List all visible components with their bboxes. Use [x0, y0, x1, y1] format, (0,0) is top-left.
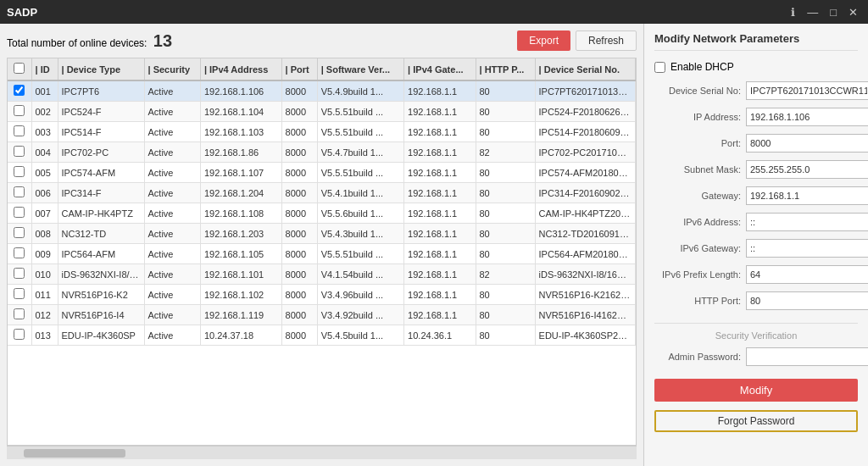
row-checkbox[interactable]: [14, 227, 25, 238]
col-ipv4[interactable]: | IPv4 Address: [200, 58, 281, 80]
table-row[interactable]: 004 IPC702-PC Active 192.168.1.86 8000 V…: [8, 142, 636, 163]
refresh-button[interactable]: Refresh: [576, 31, 637, 51]
col-software[interactable]: | Software Ver...: [317, 58, 403, 80]
label-http-port: HTTP Port:: [654, 296, 746, 306]
table-row[interactable]: 012 NVR516P16-I4 Active 192.168.1.119 80…: [8, 305, 636, 325]
input-ipv6-address[interactable]: [746, 213, 868, 231]
label-device-serial: Device Serial No:: [654, 86, 746, 96]
table-row[interactable]: 001 IPC7PT6 Active 192.168.1.106 8000 V5…: [8, 80, 636, 102]
input-gateway[interactable]: [746, 186, 868, 205]
cell-checkbox[interactable]: [8, 142, 31, 163]
scrollbar-thumb[interactable]: [24, 449, 125, 458]
col-gateway[interactable]: | IPv4 Gate...: [404, 58, 476, 80]
cell-checkbox[interactable]: [8, 80, 31, 102]
col-security[interactable]: | Security: [144, 58, 200, 80]
table-row[interactable]: 005 IPC574-AFM Active 192.168.1.107 8000…: [8, 163, 636, 183]
table-row[interactable]: 009 IPC564-AFM Active 192.168.1.105 8000…: [8, 244, 636, 264]
input-subnet-mask[interactable]: [746, 160, 868, 179]
col-device-type[interactable]: | Device Type: [58, 58, 144, 80]
cell-id: 013: [31, 325, 58, 346]
cell-security: Active: [144, 224, 200, 244]
input-ipv6-prefix[interactable]: [746, 265, 868, 284]
table-row[interactable]: 003 IPC514-F Active 192.168.1.103 8000 V…: [8, 122, 636, 142]
cell-software: V5.4.1build 1...: [317, 183, 403, 203]
cell-checkbox[interactable]: [8, 244, 31, 264]
label-gateway: Gateway:: [654, 191, 746, 201]
table-row[interactable]: 008 NC312-TD Active 192.168.1.203 8000 V…: [8, 224, 636, 244]
row-checkbox[interactable]: [14, 105, 25, 116]
enable-dhcp-checkbox[interactable]: [654, 62, 665, 73]
table-row[interactable]: 010 iDS-9632NXI-I8/16S Active 192.168.1.…: [8, 264, 636, 285]
cell-software: V5.5.51build ...: [317, 244, 403, 264]
cell-checkbox[interactable]: [8, 102, 31, 122]
select-all-checkbox[interactable]: [14, 63, 25, 74]
row-checkbox[interactable]: [14, 125, 25, 136]
cell-serial: NVR516P16-I41620160: [535, 305, 635, 325]
col-checkbox[interactable]: [8, 58, 31, 80]
cell-id: 006: [31, 183, 58, 203]
horizontal-scrollbar[interactable]: [7, 446, 637, 459]
col-http[interactable]: | HTTP P...: [476, 58, 535, 80]
row-checkbox[interactable]: [14, 186, 25, 197]
forgot-password-button[interactable]: Forgot Password: [654, 410, 858, 432]
export-button[interactable]: Export: [517, 31, 570, 51]
col-port[interactable]: | Port: [281, 58, 317, 80]
modify-button[interactable]: Modify: [654, 379, 858, 402]
col-serial[interactable]: | Device Serial No.: [535, 58, 635, 80]
row-checkbox[interactable]: [14, 166, 25, 177]
row-checkbox[interactable]: [14, 146, 25, 157]
enable-dhcp-label: Enable DHCP: [670, 61, 734, 73]
cell-ipv4: 192.168.1.106: [200, 80, 281, 102]
minimize-button[interactable]: —: [804, 6, 821, 19]
input-http-port[interactable]: [746, 291, 868, 310]
field-ipv6-address: IPv6 Address:: [654, 213, 858, 231]
cell-security: Active: [144, 163, 200, 183]
top-bar: Total number of online devices: 13 Expor…: [7, 31, 637, 51]
input-admin-password[interactable]: [746, 347, 868, 366]
table-row[interactable]: 002 IPC524-F Active 192.168.1.104 8000 V…: [8, 102, 636, 122]
row-checkbox[interactable]: [14, 207, 25, 218]
table-row[interactable]: 007 CAM-IP-HK4PTZ Active 192.168.1.108 8…: [8, 203, 636, 224]
input-device-serial[interactable]: [746, 81, 868, 100]
cell-http: 80: [476, 163, 535, 183]
cell-security: Active: [144, 80, 200, 102]
row-checkbox[interactable]: [14, 288, 25, 299]
cell-id: 001: [31, 80, 58, 102]
close-button[interactable]: ✕: [845, 6, 861, 19]
cell-ipv4: 192.168.1.86: [200, 142, 281, 163]
cell-checkbox[interactable]: [8, 305, 31, 325]
cell-serial: NC312-TD20160919AAW: [535, 224, 635, 244]
maximize-button[interactable]: □: [826, 6, 840, 19]
table-row[interactable]: 006 IPC314-F Active 192.168.1.204 8000 V…: [8, 183, 636, 203]
cell-id: 011: [31, 285, 58, 305]
cell-device-type: IPC514-F: [58, 122, 144, 142]
input-port[interactable]: [746, 134, 868, 153]
info-icon[interactable]: ℹ: [787, 6, 798, 19]
row-checkbox[interactable]: [14, 85, 25, 96]
cell-checkbox[interactable]: [8, 163, 31, 183]
row-checkbox[interactable]: [14, 308, 25, 319]
cell-checkbox[interactable]: [8, 325, 31, 346]
cell-gateway: 192.168.1.1: [404, 305, 476, 325]
col-id[interactable]: | ID: [31, 58, 58, 80]
table-row[interactable]: 011 NVR516P16-K2 Active 192.168.1.102 80…: [8, 285, 636, 305]
cell-checkbox[interactable]: [8, 224, 31, 244]
row-checkbox[interactable]: [14, 268, 25, 279]
cell-checkbox[interactable]: [8, 285, 31, 305]
table-row[interactable]: 013 EDU-IP-4K360SP Active 10.24.37.18 80…: [8, 325, 636, 346]
cell-checkbox[interactable]: [8, 183, 31, 203]
cell-http: 80: [476, 80, 535, 102]
device-count-value: 13: [153, 31, 172, 50]
cell-serial: IPC524-F20180626AAWR: [535, 102, 635, 122]
cell-id: 007: [31, 203, 58, 224]
cell-checkbox[interactable]: [8, 203, 31, 224]
row-checkbox[interactable]: [14, 329, 25, 340]
cell-checkbox[interactable]: [8, 264, 31, 285]
cell-http: 82: [476, 264, 535, 285]
cell-checkbox[interactable]: [8, 122, 31, 142]
row-checkbox[interactable]: [14, 247, 25, 258]
cell-ipv4: 192.168.1.119: [200, 305, 281, 325]
cell-port: 8000: [281, 325, 317, 346]
input-ipv6-gateway[interactable]: [746, 239, 868, 258]
input-ip-address[interactable]: [746, 108, 868, 126]
